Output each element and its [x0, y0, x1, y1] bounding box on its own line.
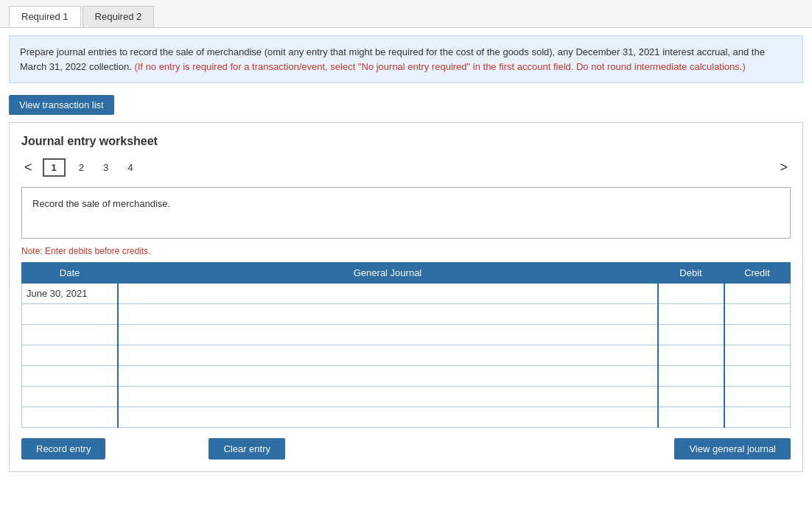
description-box: Record the sale of merchandise. — [21, 187, 791, 239]
gj-input-7[interactable] — [123, 412, 653, 423]
page-2[interactable]: 2 — [73, 160, 90, 175]
credit-cell-7[interactable] — [724, 407, 791, 428]
credit-cell-6[interactable] — [724, 387, 791, 407]
instructions-panel: Prepare journal entries to record the sa… — [9, 35, 803, 83]
debit-cell-2[interactable] — [658, 304, 724, 325]
worksheet-title: Journal entry worksheet — [21, 135, 791, 148]
credit-cell-5[interactable] — [724, 366, 791, 387]
date-cell-3 — [22, 325, 118, 345]
bottom-buttons: Record entry Clear entry View general jo… — [21, 438, 791, 460]
gj-input-4[interactable] — [123, 350, 653, 361]
page-4[interactable]: 4 — [122, 160, 139, 175]
date-cell-6 — [22, 387, 118, 407]
prev-page-button[interactable]: < — [21, 160, 35, 175]
debit-cell-5[interactable] — [658, 366, 724, 387]
credit-cell-1[interactable] — [724, 284, 791, 304]
debit-cell-7[interactable] — [658, 407, 724, 428]
gj-cell-4[interactable] — [118, 345, 658, 366]
tab-required2[interactable]: Required 2 — [83, 6, 155, 27]
debit-input-6[interactable] — [663, 391, 719, 402]
table-row — [22, 345, 791, 366]
next-page-button[interactable]: > — [777, 160, 791, 175]
col-header-date: Date — [22, 263, 118, 284]
date-cell-5 — [22, 366, 118, 387]
debit-cell-6[interactable] — [658, 387, 724, 407]
view-general-journal-button[interactable]: View general journal — [674, 438, 791, 460]
debit-input-5[interactable] — [663, 370, 719, 381]
credit-cell-3[interactable] — [724, 325, 791, 345]
pagination: < 1 2 3 4 > — [21, 158, 791, 177]
col-header-debit: Debit — [658, 263, 724, 284]
gj-input-3[interactable] — [123, 329, 653, 340]
page-3[interactable]: 3 — [97, 160, 114, 175]
credit-cell-4[interactable] — [724, 345, 791, 366]
gj-input-1[interactable] — [123, 288, 653, 299]
gj-input-2[interactable] — [123, 309, 653, 320]
debit-input-4[interactable] — [663, 350, 719, 361]
gj-cell-6[interactable] — [118, 387, 658, 407]
table-row — [22, 366, 791, 387]
date-cell-7 — [22, 407, 118, 428]
credit-input-4[interactable] — [729, 350, 786, 361]
debit-input-3[interactable] — [663, 329, 719, 340]
date-cell-4 — [22, 345, 118, 366]
note-text: Note: Enter debits before credits. — [21, 246, 791, 256]
credit-input-1[interactable] — [729, 288, 786, 299]
gj-input-5[interactable] — [123, 370, 653, 381]
view-transaction-button[interactable]: View transaction list — [9, 95, 114, 115]
table-row — [22, 407, 791, 428]
table-row: June 30, 2021 — [22, 284, 791, 304]
table-row — [22, 325, 791, 345]
gj-cell-1[interactable] — [118, 284, 658, 304]
credit-input-5[interactable] — [729, 370, 786, 381]
table-row — [22, 304, 791, 325]
credit-input-6[interactable] — [729, 391, 786, 402]
page-1[interactable]: 1 — [43, 158, 66, 177]
credit-input-7[interactable] — [729, 412, 786, 423]
gj-cell-3[interactable] — [118, 325, 658, 345]
col-header-gj: General Journal — [118, 263, 658, 284]
debit-cell-3[interactable] — [658, 325, 724, 345]
credit-input-3[interactable] — [729, 329, 786, 340]
debit-input-2[interactable] — [663, 309, 719, 320]
credit-input-2[interactable] — [729, 309, 786, 320]
journal-table: Date General Journal Debit Credit June 3… — [21, 262, 791, 428]
gj-cell-7[interactable] — [118, 407, 658, 428]
date-cell-1: June 30, 2021 — [22, 284, 118, 304]
worksheet-card: Journal entry worksheet < 1 2 3 4 > Reco… — [9, 122, 803, 472]
record-entry-button[interactable]: Record entry — [21, 438, 105, 460]
credit-cell-2[interactable] — [724, 304, 791, 325]
tabs-container: Required 1 Required 2 — [0, 0, 812, 28]
gj-cell-5[interactable] — [118, 366, 658, 387]
gj-input-6[interactable] — [123, 391, 653, 402]
debit-input-7[interactable] — [663, 412, 719, 423]
table-row — [22, 387, 791, 407]
date-cell-2 — [22, 304, 118, 325]
clear-entry-button[interactable]: Clear entry — [209, 438, 285, 460]
col-header-credit: Credit — [724, 263, 791, 284]
instructions-red-text: (If no entry is required for a transacti… — [134, 61, 745, 72]
gj-cell-2[interactable] — [118, 304, 658, 325]
debit-cell-1[interactable] — [658, 284, 724, 304]
debit-input-1[interactable] — [663, 288, 719, 299]
debit-cell-4[interactable] — [658, 345, 724, 366]
description-text: Record the sale of merchandise. — [32, 198, 170, 209]
tab-required1[interactable]: Required 1 — [9, 6, 81, 27]
